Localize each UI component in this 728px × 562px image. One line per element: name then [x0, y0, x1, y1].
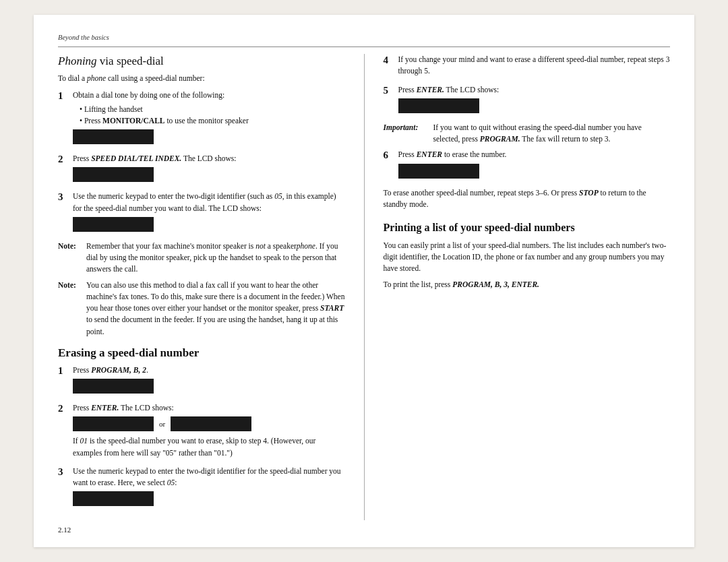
lcd-display-1 — [73, 129, 154, 144]
right-step-5-content: Press ENTER. The LCD shows: — [398, 84, 671, 117]
bullet-lift-handset: Lifting the handset — [80, 104, 345, 115]
note-1-text: Remember that your fax machine's monitor… — [86, 241, 345, 276]
erase-step-3-content: Use the numeric keypad to enter the two-… — [73, 466, 345, 511]
lcd-pair-row: or — [73, 416, 345, 431]
step-2-block: 2 Press SPEED DIAL/TEL INDEX. The LCD sh… — [58, 153, 345, 186]
erase-step-1-text: Press PROGRAM, B, 2. — [73, 365, 345, 376]
right-step-4-text: If you change your mind and want to eras… — [398, 54, 671, 77]
right-step-6-text: Press ENTER to erase the number. — [398, 149, 671, 160]
erase-step-1-num: 1 — [58, 365, 70, 377]
erasing-section-title: Erasing a speed-dial number — [58, 346, 345, 361]
erase-step-2-num: 2 — [58, 402, 70, 414]
printing-instruction: To print the list, press PROGRAM, B, 3, … — [384, 279, 671, 290]
erase-step-2-if-text: If 01 is the speed-dial number you want … — [73, 435, 345, 459]
lcd-display-erase-3 — [73, 491, 154, 506]
step-2-num: 2 — [58, 153, 70, 165]
right-step-5-num: 5 — [384, 84, 396, 96]
step-2-content: Press SPEED DIAL/TEL INDEX. The LCD show… — [73, 153, 345, 186]
erase-step-1-content: Press PROGRAM, B, 2. — [73, 365, 345, 398]
erasing-section: Erasing a speed-dial number 1 Press PROG… — [58, 346, 345, 511]
erase-step-3-block: 3 Use the numeric keypad to enter the tw… — [58, 466, 345, 511]
step-2-text: Press SPEED DIAL/TEL INDEX. The LCD show… — [73, 153, 345, 164]
note-1-block: Note: Remember that your fax machine's m… — [58, 241, 345, 276]
erase-step-2-content: Press ENTER. The LCD shows: or If 01 is … — [73, 402, 345, 461]
note-2-block: Note: You can also use this method to di… — [58, 280, 345, 338]
step-3-num: 3 — [58, 191, 70, 203]
breadcrumb: Beyond the basics — [58, 34, 670, 41]
step-3-block: 3 Use the numeric keypad to enter the tw… — [58, 191, 345, 236]
erase-step-3-num: 3 — [58, 466, 70, 478]
lcd-display-erase-1 — [73, 379, 154, 394]
step-3-content: Use the numeric keypad to enter the two-… — [73, 191, 345, 236]
note-2-text: You can also use this method to dial a f… — [86, 280, 345, 338]
erase-step-3-text: Use the numeric keypad to enter the two-… — [73, 466, 345, 489]
right-step-6-block: 6 Press ENTER to erase the number. — [384, 149, 671, 182]
step-1-bullets: Lifting the handset Press MONITOR/CALL t… — [80, 104, 345, 127]
step-3-text: Use the numeric keypad to enter the two-… — [73, 191, 345, 214]
lcd-display-3 — [73, 217, 154, 232]
lcd-display-right-6 — [398, 164, 479, 179]
right-column: 4 If you change your mind and want to er… — [365, 54, 671, 520]
right-step-6-content: Press ENTER to erase the number. — [398, 149, 671, 182]
right-step-6-num: 6 — [384, 149, 396, 161]
note-1-label: Note: — [58, 241, 84, 252]
right-step-5-text: Press ENTER. The LCD shows: — [398, 84, 671, 96]
phoning-title-italic: Phoning — [58, 55, 97, 67]
phoning-title-rest: via speed-dial — [100, 55, 164, 67]
step-1-text: Obtain a dial tone by doing one of the f… — [73, 90, 345, 101]
erase-step-1-block: 1 Press PROGRAM, B, 2. — [58, 365, 345, 398]
erase-step-2-block: 2 Press ENTER. The LCD shows: or If 01 i… — [58, 402, 345, 461]
lcd-display-erase-2a — [73, 416, 154, 431]
erase-step-2-text: Press ENTER. The LCD shows: — [73, 402, 345, 414]
note-2-label: Note: — [58, 280, 84, 291]
right-step-4-num: 4 — [384, 54, 396, 66]
left-column: Phoning via speed-dial To dial a phone c… — [58, 54, 365, 520]
printing-section: Printing a list of your speed-dial numbe… — [384, 221, 671, 290]
phoning-section-title: Phoning via speed-dial — [58, 54, 345, 69]
erase-outro-text: To erase another speed-dial number, repe… — [384, 187, 671, 211]
step-1-num: 1 — [58, 90, 70, 102]
two-column-layout: Phoning via speed-dial To dial a phone c… — [58, 54, 670, 520]
printing-section-title: Printing a list of your speed-dial numbe… — [384, 221, 671, 235]
top-divider — [58, 46, 670, 47]
step-1-block: 1 Obtain a dial tone by doing one of the… — [58, 90, 345, 148]
bullet-monitor-call: Press MONITOR/CALL to use the monitor sp… — [80, 115, 345, 127]
page-number: 2.12 — [58, 520, 670, 534]
lcd-display-right-5 — [398, 98, 479, 113]
lcd-display-2 — [73, 167, 154, 182]
right-step-5-block: 5 Press ENTER. The LCD shows: — [384, 84, 671, 117]
important-block: Important: If you want to quit without e… — [384, 122, 671, 146]
phoning-intro: To dial a phone call using a speed-dial … — [58, 73, 345, 84]
lcd-display-erase-2b — [171, 416, 251, 431]
printing-intro: You can easily print a list of your spee… — [384, 240, 671, 275]
right-step-4-content: If you change your mind and want to eras… — [398, 54, 671, 80]
lcd-or-text: or — [159, 420, 165, 428]
step-1-content: Obtain a dial tone by doing one of the f… — [73, 90, 345, 148]
important-label: Important: — [384, 122, 432, 133]
right-step-4-block: 4 If you change your mind and want to er… — [384, 54, 671, 80]
important-text: If you want to quit without erasing the … — [433, 122, 671, 146]
page: Beyond the basics Phoning via speed-dial… — [34, 15, 694, 547]
